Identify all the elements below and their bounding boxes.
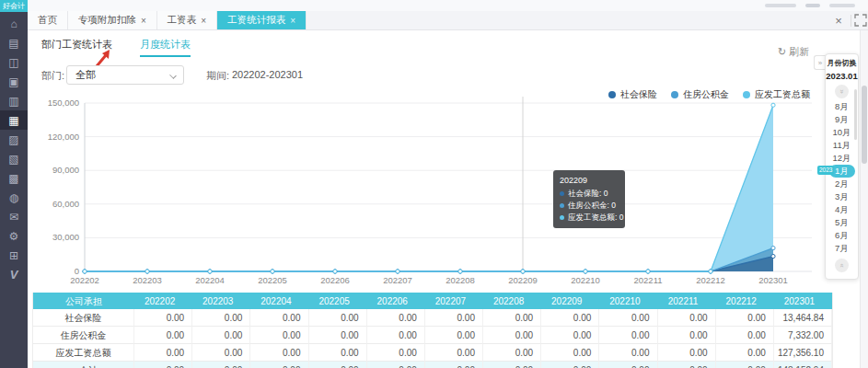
table-cell: 0.00 — [250, 344, 308, 362]
tab-4[interactable]: 工资统计报表× — [217, 11, 307, 29]
svg-text:202209: 202209 — [508, 275, 538, 285]
sidebar-item-home[interactable]: ⌂ — [0, 14, 28, 33]
month-item-6月[interactable]: 6月 — [826, 229, 858, 242]
month-item-5月[interactable]: 5月 — [826, 216, 858, 229]
svg-text:30,000: 30,000 — [52, 232, 79, 242]
close-tab-button[interactable]: × — [828, 11, 849, 30]
sidebar-item-pictures[interactable]: ▧ — [0, 149, 28, 168]
sidebar-item-reports[interactable]: ◫ — [0, 52, 28, 72]
tab-close-icon[interactable]: × — [201, 16, 206, 26]
month-item-10月[interactable]: 10月 — [826, 126, 858, 139]
scroll-down-button[interactable]: » — [835, 259, 849, 272]
scroll-up-button[interactable]: » — [835, 85, 849, 98]
row-label: 住房公积金 — [33, 327, 134, 344]
month-label: 4月 — [835, 204, 849, 214]
svg-text:202204: 202204 — [195, 275, 225, 285]
table-cell: 0.00 — [599, 309, 657, 327]
month-item-12月[interactable]: 12月 — [826, 152, 858, 165]
table-cell: 13,464.84 — [774, 309, 832, 327]
tabbar-divider — [851, 15, 851, 27]
year-badge: 2023 — [817, 166, 834, 175]
department-select[interactable]: 全部 — [66, 65, 184, 85]
sidebar-item-brand-v[interactable]: V — [0, 265, 28, 284]
month-item-7月[interactable]: 7月 — [826, 242, 858, 255]
tab-3[interactable]: 工资表× — [157, 11, 217, 29]
tab-department-salary[interactable]: 部门工资统计表 — [41, 38, 112, 57]
month-panel-title: 月份切换 — [826, 58, 858, 68]
row-label: 应发工资总额 — [33, 344, 134, 362]
month-item-2月[interactable]: 2月 — [826, 178, 858, 190]
sidebar-item-staff[interactable]: ▩ — [0, 168, 28, 188]
chevron-down-icon — [169, 72, 177, 79]
sidebar-nav: ⌂▤◫▣▥▦▨▧▩◍✉⚙⊞V — [0, 14, 28, 284]
month-list: 8月9月10月11月12月20231月2月3月4月5月6月7月 — [826, 100, 858, 255]
tab-close-icon[interactable]: × — [290, 16, 295, 26]
svg-text:120,000: 120,000 — [48, 132, 79, 142]
month-item-8月[interactable]: 8月 — [826, 100, 858, 113]
table-cell: 7,332.00 — [774, 327, 832, 344]
tab-2[interactable]: 专项附加扣除× — [68, 11, 157, 29]
month-label: 12月 — [832, 153, 851, 163]
svg-text:202210: 202210 — [571, 275, 600, 285]
month-item-4月[interactable]: 4月 — [826, 203, 858, 216]
assets-icon: ▥ — [8, 95, 18, 108]
svg-text:202206: 202206 — [320, 275, 350, 285]
table-col-header: 202301 — [774, 293, 832, 310]
table-cell: 0.00 — [541, 362, 599, 368]
sidebar-item-tax[interactable]: ▨ — [0, 130, 28, 149]
table-cell: 0.00 — [483, 327, 541, 344]
month-panel-scrollbar-thumb[interactable] — [854, 89, 857, 140]
svg-text:202211: 202211 — [634, 275, 663, 285]
tab-label: 工资表 — [168, 14, 197, 27]
table-cell: 0.00 — [425, 309, 483, 327]
row-label-text: 应发工资总额 — [56, 348, 111, 358]
page-scrollbar-thumb[interactable] — [862, 86, 867, 164]
sidebar-item-service[interactable]: ◍ — [0, 188, 28, 207]
brand-v-icon: V — [10, 268, 18, 282]
month-item-1月[interactable]: 20231月 — [826, 165, 858, 178]
month-item-11月[interactable]: 11月 — [826, 139, 858, 152]
refresh-button[interactable]: ↻ 刷新 — [778, 45, 809, 59]
invoice-icon: ▤ — [8, 37, 18, 50]
svg-text:0: 0 — [75, 266, 79, 276]
sum-row-icon: ▦ — [69, 362, 77, 368]
table-cell: 0.00 — [309, 344, 367, 362]
table-cell: 0.00 — [250, 362, 308, 368]
table-cell: 0.00 — [599, 344, 657, 362]
table-cell: 0.00 — [192, 362, 250, 368]
table-cell: 0.00 — [192, 327, 250, 344]
sidebar-item-mail[interactable]: ✉ — [0, 207, 28, 226]
table-cell: 148,152.94 — [774, 362, 832, 368]
tab-1[interactable]: 首页 — [28, 11, 68, 29]
svg-text:202212: 202212 — [696, 275, 725, 285]
sidebar-item-invoice[interactable]: ▤ — [0, 33, 28, 52]
topbar-toggle[interactable] — [805, 4, 820, 7]
month-panel: 月份切换 2023.01 » 8月9月10月11月12月20231月2月3月4月… — [825, 53, 859, 280]
table-col-header: 202208 — [483, 293, 541, 310]
row-label-text: 住房公积金 — [61, 330, 107, 340]
table-cell: 0.00 — [716, 309, 774, 327]
month-item-3月[interactable]: 3月 — [826, 190, 858, 203]
sidebar-item-settings[interactable]: ⚙ — [0, 226, 28, 246]
tab-label: 专项附加扣除 — [78, 14, 136, 27]
table-cell: 0.00 — [367, 344, 425, 362]
sidebar-item-calendar[interactable]: ⊞ — [0, 246, 28, 265]
month-label: 9月 — [835, 114, 849, 124]
tab-close-icon[interactable]: × — [141, 16, 146, 26]
salary-icon: ▦ — [8, 114, 18, 127]
table-cell: 0.00 — [425, 344, 483, 362]
table-cell: 0.00 — [658, 344, 716, 362]
staff-icon: ▩ — [8, 172, 18, 185]
month-item-9月[interactable]: 9月 — [826, 113, 858, 126]
sidebar-item-assets[interactable]: ▥ — [0, 91, 28, 110]
fullscreen-icon[interactable] — [854, 14, 867, 27]
table-cell: 0.00 — [483, 344, 541, 362]
table-cell: 0.00 — [425, 327, 483, 344]
sidebar-item-salary[interactable]: ▦ — [0, 110, 28, 130]
table-cell: 0.00 — [658, 327, 716, 344]
month-label: 3月 — [835, 191, 849, 201]
table-row: ▦合计0.000.000.000.000.000.000.000.000.000… — [33, 362, 832, 368]
table-col-header: 202212 — [716, 293, 774, 310]
tab-monthly-statistics[interactable]: 月度统计表 — [140, 38, 191, 57]
sidebar-item-funds[interactable]: ▣ — [0, 72, 28, 91]
